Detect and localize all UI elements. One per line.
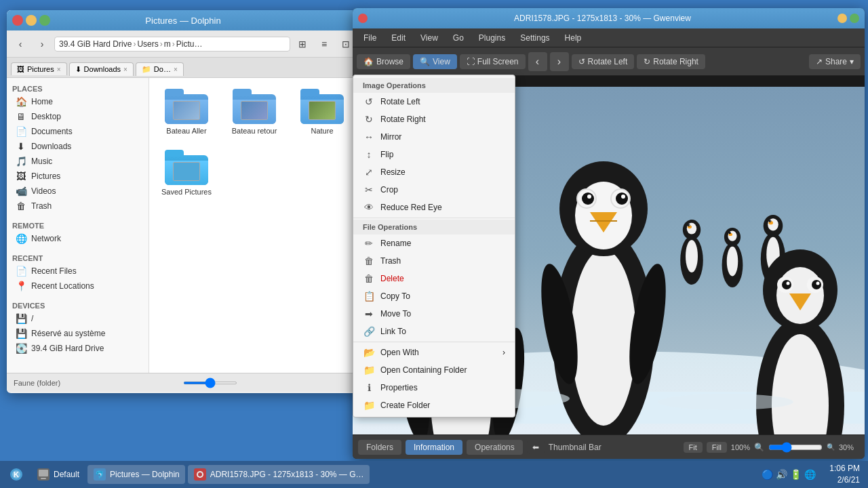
pictures-icon: 🖼	[15, 171, 27, 182]
cm-create-folder[interactable]: 📁Create Folder	[353, 396, 515, 414]
cm-trash[interactable]: 🗑Trash	[353, 252, 515, 270]
status-text: Faune (folder)	[14, 379, 60, 387]
cm-mirror[interactable]: ↔Mirror	[353, 128, 515, 146]
cm-resize[interactable]: ⤢Resize	[353, 163, 515, 181]
dolphin-min-btn[interactable]: –	[26, 15, 37, 26]
tab-do[interactable]: 📁 Do… ×	[136, 62, 184, 76]
menu-view[interactable]: View	[414, 31, 445, 45]
sidebar-item-desktop[interactable]: 🖥Desktop	[7, 109, 149, 124]
gwenview-max-button[interactable]: □	[850, 14, 859, 23]
gwenview-min-button[interactable]: –	[837, 14, 847, 23]
taskbar-default[interactable]: Default	[31, 465, 85, 484]
fullscreen-button[interactable]: ⛶ Full Screen	[460, 54, 526, 69]
view-button[interactable]: 🔍 View	[413, 54, 457, 69]
menu-plugins[interactable]: Plugins	[472, 31, 512, 45]
file-item-bateau-retour[interactable]: Bateau retour	[224, 85, 285, 139]
cm-flip[interactable]: ↕Flip	[353, 146, 515, 163]
sidebar-item-downloads[interactable]: ⬇Downloads	[7, 139, 149, 154]
sidebar-item-harddrive[interactable]: 💽39.4 GiB Hard Drive	[7, 341, 149, 356]
share-label: Share	[825, 57, 847, 66]
folder-icon-nature	[300, 89, 344, 124]
svg-point-64	[658, 394, 793, 410]
dolphin-max-btn[interactable]: □	[39, 15, 50, 26]
cm-properties[interactable]: ℹProperties	[353, 379, 515, 396]
sidebar-item-music[interactable]: 🎵Music	[7, 154, 149, 169]
thumbnail-back-icon: ⬅	[532, 443, 539, 452]
sidebar-item-pictures[interactable]: 🖼Pictures	[7, 169, 149, 184]
file-item-nature[interactable]: Nature	[292, 85, 353, 139]
sidebar-item-trash[interactable]: 🗑Trash	[7, 199, 149, 214]
taskbar-gwenview[interactable]: ADRI1578.JPG - 1275x1813 - 30% — G…	[188, 465, 370, 484]
tab-close-do[interactable]: ×	[174, 66, 178, 73]
taskbar-dolphin[interactable]: 🐬 Pictures — Dolphin	[87, 465, 185, 484]
gwenview-title: ADRI1578.JPG - 1275x1813 - 30% — Gwenvie…	[368, 14, 837, 23]
fit-button[interactable]: Fit	[684, 442, 703, 453]
sidebar-item-home[interactable]: 🏠Home	[7, 94, 149, 109]
back-button[interactable]: ‹	[11, 35, 30, 54]
tab-close-pictures[interactable]: ×	[57, 66, 61, 73]
cm-rotate-right[interactable]: ↻Rotate Right	[353, 110, 515, 128]
svg-rect-70	[41, 478, 46, 479]
sidebar-item-recent-locations[interactable]: 📍Recent Locations	[7, 279, 149, 293]
zoom-slider-gwenview[interactable]	[768, 442, 823, 453]
menu-help[interactable]: Help	[558, 31, 589, 45]
sidebar-item-network[interactable]: 🌐Network	[7, 231, 149, 246]
dolphin-close-btn[interactable]: ×	[12, 15, 23, 26]
cm-open-containing[interactable]: 📁Open Containing Folder	[353, 361, 515, 379]
menu-settings[interactable]: Settings	[513, 31, 556, 45]
menu-file[interactable]: File	[357, 31, 383, 45]
sidebar-item-recent-files[interactable]: 📄Recent Files	[7, 264, 149, 279]
thumbnail-bar-button[interactable]: ⬅	[527, 441, 545, 454]
menu-go[interactable]: Go	[446, 31, 471, 45]
sidebar-item-documents[interactable]: 📄Documents	[7, 124, 149, 139]
browse-button[interactable]: 🏠 Browse	[357, 54, 410, 69]
next-button[interactable]: ›	[550, 52, 569, 71]
rotate-left-button[interactable]: ↺ Rotate Left	[572, 54, 635, 69]
cm-link-to[interactable]: 🔗Link To	[353, 323, 515, 340]
file-ops-header: File Operations	[353, 220, 515, 235]
sidebar-item-reserved[interactable]: 💾Réservé au système	[7, 326, 149, 341]
cm-rename[interactable]: ✏Rename	[353, 235, 515, 252]
music-icon: 🎵	[15, 156, 27, 167]
tab-close-downloads[interactable]: ×	[123, 66, 127, 73]
file-item-bateau-aller[interactable]: Bateau Aller	[156, 85, 217, 139]
drive-root-icon: 💾	[15, 313, 27, 324]
share-button[interactable]: ↗ Share ▾	[809, 54, 861, 69]
open-with-label: Open With	[380, 348, 419, 357]
red-eye-cm-icon: 👁	[363, 202, 375, 213]
tab-folders[interactable]: Folders	[358, 440, 401, 455]
fill-button[interactable]: Fill	[707, 442, 727, 453]
rotate-right-button[interactable]: ↻ Rotate Right	[637, 54, 705, 69]
zoom-slider[interactable]	[183, 382, 237, 384]
tab-operations[interactable]: Operations	[467, 440, 523, 455]
cm-move-to[interactable]: ➡Move To	[353, 305, 515, 323]
fullscreen-label: Full Screen	[477, 57, 519, 66]
forward-button[interactable]: ›	[33, 35, 52, 54]
sidebar-item-root[interactable]: 💾/	[7, 311, 149, 326]
cm-crop[interactable]: ✂Crop	[353, 181, 515, 199]
view-icons-button[interactable]: ⊞	[293, 35, 312, 54]
menu-edit[interactable]: Edit	[384, 31, 412, 45]
rotate-left-label: Rotate Left	[588, 57, 628, 66]
tab-information[interactable]: Information	[406, 440, 462, 455]
cm-divider-2	[353, 342, 515, 342]
sidebar-item-videos[interactable]: 📹Videos	[7, 184, 149, 199]
cm-rotate-left[interactable]: ↺Rotate Left	[353, 93, 515, 110]
cm-delete[interactable]: 🗑Delete	[353, 270, 515, 287]
clock[interactable]: 1:06 PM 2/6/21	[825, 463, 864, 486]
file-item-saved-pictures[interactable]: Saved Pictures	[156, 146, 217, 200]
gwenview-close-button[interactable]: ×	[358, 14, 368, 23]
trash-cm-icon: 🗑	[363, 256, 375, 266]
taskbar-app-menu[interactable]: K	[4, 465, 28, 484]
cm-open-with[interactable]: 📂 Open With ›	[353, 344, 515, 361]
browse-icon: 🏠	[363, 57, 374, 66]
cm-copy-to[interactable]: 📋Copy To	[353, 287, 515, 305]
cm-reduce-red-eye[interactable]: 👁Reduce Red Eye	[353, 199, 515, 216]
recent-locations-icon: 📍	[15, 281, 27, 291]
tab-pictures[interactable]: 🖼 Pictures ×	[11, 62, 67, 75]
dolphin-title: Pictures — Dolphin	[57, 16, 309, 26]
prev-button[interactable]: ‹	[528, 52, 547, 71]
tab-downloads[interactable]: ⬇ Downloads ×	[69, 62, 134, 76]
dolphin-icon: 🐬	[93, 468, 106, 481]
view-list-button[interactable]: ≡	[315, 35, 334, 54]
